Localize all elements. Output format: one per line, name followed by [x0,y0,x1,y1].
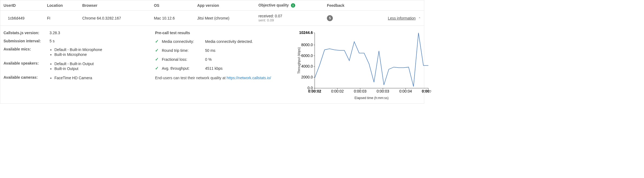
user-session-panel: UserID Location Browser OS App version O… [0,0,424,104]
svg-text:10244.6: 10244.6 [299,31,313,35]
svg-text:Elapsed time (h:mm:ss): Elapsed time (h:mm:ss) [354,96,389,100]
label-available-cameras: Available cameras: [4,75,50,80]
label-callstats-version: Callstats.js version: [4,31,50,35]
feedback-badge: 5 [327,15,333,21]
value-submission-interval: 5 s [50,39,55,43]
col-objq: Objective quality i [255,0,324,11]
session-table: UserID Location Browser OS App version O… [0,0,424,26]
mics-list: Default - Built-in MicrophoneBuilt-in Mi… [50,47,102,57]
network-test-link[interactable]: https://network.callstats.io/ [227,76,271,80]
precall-row-value: 0 % [205,57,212,62]
svg-text:0:00:03: 0:00:03 [354,89,367,93]
check-icon: ✓ [155,57,159,62]
svg-text:8000.0: 8000.0 [301,43,313,47]
svg-text:4000.0: 4000.0 [301,64,313,69]
precall-row: ✓Round trip time:50 ms [155,48,285,53]
list-item: Default - Built-in Output [54,62,94,66]
check-icon: ✓ [155,39,159,44]
chevron-up-icon: ⌃ [418,17,421,20]
value-callstats-version: 3.28.3 [50,31,60,35]
svg-text:6000.0: 6000.0 [301,53,313,58]
col-location: Location [44,0,79,11]
cell-browser: Chrome 64.0.3282.167 [79,11,151,26]
precall-row: ✓Fractional loss:0 % [155,57,285,62]
svg-text:0:00:04: 0:00:04 [422,89,431,93]
precall-row-value: 50 ms [205,48,215,53]
list-item: Default - Built-in Microphone [54,47,102,52]
col-os: OS [151,0,194,11]
svg-text:0:00:02: 0:00:02 [308,89,321,93]
check-icon: ✓ [155,66,159,71]
precall-row-value: 4511 kbps [205,66,223,71]
speakers-list: Default - Built-in OutputBuilt-in Output [50,62,94,71]
toggle-details-link[interactable]: Less information [388,16,416,20]
cell-userid: 1cb6d449 [0,11,44,26]
precall-row: ✓Avg. throughput:4511 kbps [155,66,285,71]
precall-title: Pre-call test results [155,31,285,35]
cell-os: Mac 10.12.6 [151,11,194,26]
precall-row-value: Media connectivity detected. [205,39,253,44]
precall-note: End-users can test their network quality… [155,76,285,80]
svg-text:Throughput (kbps): Throughput (kbps) [297,47,301,74]
cell-appver: Jitsi Meet (chrome) [194,11,255,26]
svg-text:0:00:03: 0:00:03 [377,89,389,93]
cameras-list: FaceTime HD Camera [50,76,92,80]
list-item: Built-in Microphone [54,52,102,57]
check-icon: ✓ [155,48,159,53]
col-userid: UserID [0,0,44,11]
precall-row: ✓Media connectivity:Media connectivity d… [155,39,285,44]
col-feedback: Feedback [324,0,362,11]
label-submission-interval: Submission interval: [4,39,50,43]
throughput-chart: 0.02000.04000.06000.08000.010244.60:00:0… [296,31,431,96]
precall-row-label: Round trip time: [162,48,205,53]
list-item: FaceTime HD Camera [54,76,92,80]
cell-location: FI [44,11,79,26]
svg-text:2000.0: 2000.0 [301,75,313,79]
cell-objq: received: 0.07 sent: 0.09 [255,11,324,26]
label-available-speakers: Available speakers: [4,61,50,65]
label-available-mics: Available mics: [4,47,50,51]
precall-row-label: Avg. throughput: [162,66,205,71]
precall-row-label: Media connectivity: [162,39,205,44]
cell-feedback: 5 [324,11,362,26]
details-panel: Callstats.js version: 3.28.3 Submission … [0,26,424,103]
col-appver: App version [194,0,255,11]
list-item: Built-in Output [54,66,94,71]
table-row: 1cb6d449 FI Chrome 64.0.3282.167 Mac 10.… [0,11,424,26]
svg-text:0:00:04: 0:00:04 [399,89,412,93]
svg-text:0:00:02: 0:00:02 [331,89,344,93]
precall-row-label: Fractional loss: [162,57,205,62]
col-browser: Browser [79,0,151,11]
info-icon[interactable]: i [291,3,295,8]
